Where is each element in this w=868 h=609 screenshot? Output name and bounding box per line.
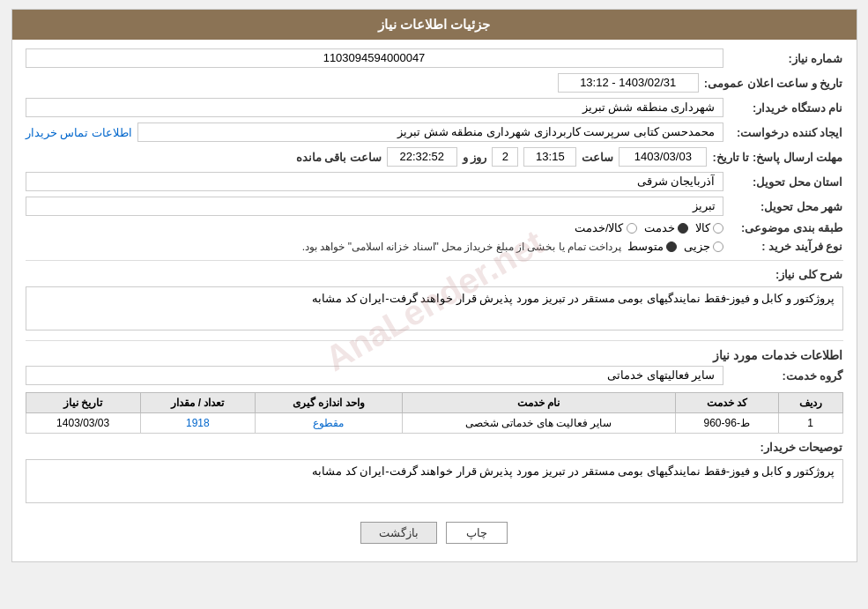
col-tarikh: تاریخ نیاز [26, 393, 140, 413]
ijad-konande-label: ایجاد کننده درخواست: [729, 126, 843, 139]
table-section: ردیف کد خدمت نام خدمت واحد اندازه گیری ت… [26, 392, 843, 434]
tarikh-remaining: 22:32:52 [387, 147, 457, 167]
table-row: 1 ط-96-960 سایر فعالیت های خدماتی شخصی م… [26, 413, 842, 434]
tosifat-row: توصیحات خریدار: [26, 441, 843, 454]
radio-kala [713, 223, 723, 234]
main-container: جزئیات اطلاعات نیاز AnaLender.net شماره … [11, 9, 857, 562]
contact-info-link[interactable]: اطلاعات تماس خریدار [26, 126, 132, 139]
ostan-value: آذربایجان شرقی [26, 172, 723, 191]
noe-farayand-label: نوع فرآیند خرید : [729, 240, 843, 253]
tosifat-container [26, 459, 843, 506]
ijad-konande-row: ایجاد کننده درخواست: محمدحسن کتابی سرپرس… [26, 123, 843, 142]
shomare-niaz-row: شماره نیاز: 1103094594000047 [26, 48, 843, 68]
nam-dastgah-value: شهرداری منطقه شش تبریز [26, 98, 723, 117]
shomare-niaz-value: 1103094594000047 [26, 48, 723, 68]
tarikh-pasokh-label: مهلت ارسال پاسخ: تا تاریخ: [712, 151, 842, 164]
tarikh-elaan-value: 1403/02/31 - 13:12 [558, 73, 699, 93]
tarikh-saat: 13:15 [523, 147, 576, 167]
cell-tedad: 1918 [140, 413, 255, 434]
page-header: جزئیات اطلاعات نیاز [12, 10, 857, 40]
tabaghe-option-2: خدمت [644, 221, 688, 234]
col-tedad: تعداد / مقدار [140, 393, 255, 413]
button-row: چاپ بازگشت [26, 513, 843, 553]
col-vahed: واحد اندازه گیری [255, 393, 402, 413]
noe-farayand-radio-group: جزیی متوسط [627, 240, 723, 253]
col-radif: ردیف [778, 393, 842, 413]
table-header-row: ردیف کد خدمت نام خدمت واحد اندازه گیری ت… [26, 393, 842, 413]
tarikh-elaan-label: تاریخ و ساعت اعلان عمومی: [704, 77, 843, 90]
roz-label: روز و [463, 151, 487, 164]
back-button[interactable]: بازگشت [360, 522, 437, 544]
ostan-row: استان محل تحویل: آذربایجان شرقی [26, 172, 843, 191]
tabaghe-label: طبقه بندی موضوعی: [729, 221, 843, 234]
tarikh-pasokh-row: مهلت ارسال پاسخ: تا تاریخ: 1403/03/03 سا… [26, 147, 843, 167]
tosifat-label: توصیحات خریدار: [729, 441, 843, 454]
divider-1 [26, 260, 843, 261]
cell-kod: ط-96-960 [675, 413, 778, 434]
tarikh-elaan-row: تاریخ و ساعت اعلان عمومی: 1403/02/31 - 1… [26, 73, 843, 93]
grohe-khadamat-row: گروه خدمت: سایر فعالیتهای خدماتی [26, 366, 843, 385]
remaining-label: ساعت باقی مانده [296, 151, 382, 164]
divider-2 [26, 340, 843, 341]
tabaghe-radio-group: کالا خدمت کالا/خدمت [575, 221, 723, 234]
shahr-value: تبریز [26, 197, 723, 216]
page-title: جزئیات اطلاعات نیاز [378, 17, 490, 32]
content-area: AnaLender.net شماره نیاز: 11030945940000… [12, 40, 857, 561]
shahr-row: شهر محل تحویل: تبریز [26, 197, 843, 216]
cell-nam: سایر فعالیت های خدماتی شخصی [402, 413, 675, 434]
noe-jozii: جزیی [684, 240, 723, 253]
print-button[interactable]: چاپ [446, 522, 508, 544]
services-table: ردیف کد خدمت نام خدمت واحد اندازه گیری ت… [26, 392, 843, 434]
nam-dastgah-label: نام دستگاه خریدار: [729, 101, 843, 115]
tosifat-textarea[interactable] [26, 459, 843, 503]
noe-motavaset: متوسط [627, 240, 677, 253]
ijad-konande-value: محمدحسن کتابی سرپرست کاربردازی شهرداری م… [137, 123, 723, 142]
tabaghe-row: طبقه بندی موضوعی: کالا خدمت کالا/خدمت [26, 221, 843, 234]
sharh-koli-container [26, 286, 843, 333]
radio-jozii [713, 241, 723, 252]
khadamat-section-title: اطلاعات خدمات مورد نیاز [26, 348, 843, 362]
sharh-koli-label: شرح کلی نیاز: [729, 268, 843, 281]
radio-kala-khadamat [627, 223, 637, 234]
cell-vahed: مقطوع [255, 413, 402, 434]
cell-tarikh: 1403/03/03 [26, 413, 140, 434]
saat-label: ساعت [582, 151, 613, 164]
shahr-label: شهر محل تحویل: [729, 200, 843, 213]
nam-dastgah-row: نام دستگاه خریدار: شهرداری منطقه شش تبری… [26, 98, 843, 117]
cell-radif: 1 [778, 413, 842, 434]
tarikh-date: 1403/03/03 [619, 147, 707, 167]
col-nam: نام خدمت [402, 393, 675, 413]
radio-motavaset [666, 241, 677, 252]
tabaghe-option-1: کالا [695, 221, 723, 234]
grohe-khadamat-label: گروه خدمت: [729, 369, 843, 382]
grohe-khadamat-value: سایر فعالیتهای خدماتی [26, 366, 723, 385]
noe-farayand-note: پرداخت تمام یا بخشی از مبلغ خریداز محل "… [302, 241, 622, 253]
sharh-koli-textarea[interactable] [26, 286, 843, 330]
tabaghe-option-3: کالا/خدمت [575, 221, 637, 234]
radio-khadamat [678, 223, 688, 234]
shomare-niaz-label: شماره نیاز: [729, 52, 843, 65]
tarikh-roz: 2 [492, 147, 518, 167]
ostan-label: استان محل تحویل: [729, 175, 843, 189]
noe-farayand-row: نوع فرآیند خرید : جزیی متوسط پرداخت تمام… [26, 240, 843, 253]
col-kod: کد خدمت [675, 393, 778, 413]
sharh-koli-row: شرح کلی نیاز: [26, 268, 843, 281]
